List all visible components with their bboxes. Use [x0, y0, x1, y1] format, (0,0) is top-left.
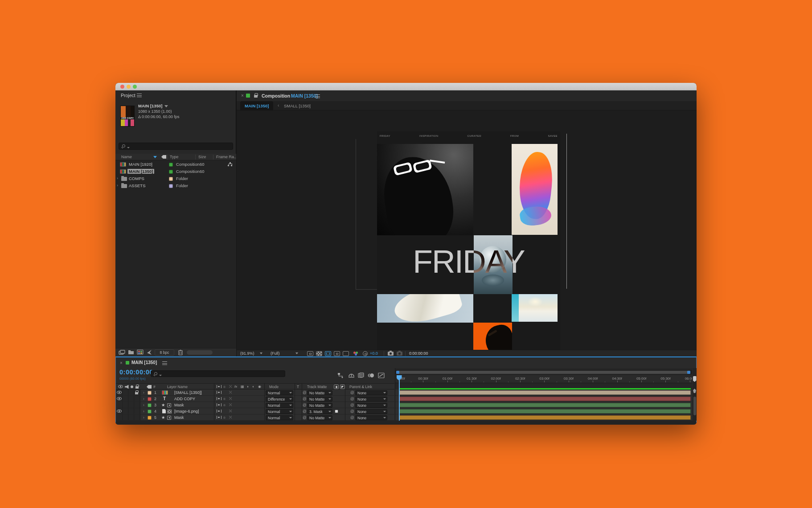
track-matte-pickwhip-icon[interactable]: @ — [303, 397, 307, 401]
timeline-track-area[interactable]: 0:00f00:30f01:00f01:30f02:00f02:30f03:00… — [395, 368, 692, 421]
zoom-handle-right[interactable] — [687, 371, 690, 374]
layer-shy-switch[interactable] — [217, 409, 221, 414]
layer-shy-switch[interactable] — [217, 403, 221, 408]
layer-visibility-eye-icon[interactable] — [117, 391, 122, 394]
panel-menu-icon[interactable] — [315, 94, 320, 98]
comp-artboard[interactable]: FRIDAYINSPIRATIONCURATEDFROMSAVEE FRIDAY… — [377, 131, 560, 350]
project-item-row[interactable]: ›ASSETSFolder — [115, 182, 236, 189]
track-matte-dropdown[interactable]: 3. Mask — [307, 409, 332, 414]
track-matte-dropdown[interactable]: No Matte — [307, 415, 332, 420]
layer-collapse-switch[interactable]: ☼ — [223, 397, 226, 401]
label-color-chip[interactable] — [169, 177, 173, 181]
parent-pickwhip-icon[interactable]: @ — [350, 397, 354, 401]
window-titlebar[interactable] — [115, 83, 697, 90]
new-folder-icon[interactable] — [128, 350, 134, 355]
layer-name[interactable]: ADD COPY — [174, 397, 195, 401]
track-matte-dropdown[interactable]: No Matte — [307, 390, 332, 395]
mini-flowchart-icon[interactable] — [337, 373, 344, 378]
zoom-handle-left[interactable] — [396, 371, 399, 374]
collapse-column-icon[interactable]: ☼ — [223, 385, 226, 389]
layer-collapse-switch[interactable]: ☼ — [223, 403, 226, 407]
layer-lock-icon[interactable] — [135, 392, 138, 394]
composition-viewer[interactable]: FRIDAYINSPIRATIONCURATEDFROMSAVEE FRIDAY… — [237, 111, 697, 350]
mode-dropdown[interactable]: Normal — [266, 403, 293, 408]
playhead-line[interactable] — [399, 375, 400, 421]
column-name[interactable]: Name — [121, 155, 132, 159]
label-color-chip[interactable] — [169, 184, 173, 188]
active-comp-name[interactable]: MAIN [1350] — [291, 93, 318, 98]
layer-quality-switch[interactable]: ⤫ — [229, 390, 232, 395]
layer-duration-bar[interactable] — [399, 390, 691, 395]
layer-duration-bar[interactable] — [399, 397, 691, 401]
frame-blending-icon[interactable] — [358, 373, 364, 378]
layer-shy-switch[interactable] — [217, 415, 221, 420]
bit-depth-button[interactable]: 8 bpc — [155, 349, 174, 356]
threed-column-icon[interactable]: ◉ — [258, 385, 261, 389]
alpha-matte-active-icon[interactable] — [334, 409, 339, 414]
layer-label-color-chip[interactable] — [148, 391, 152, 395]
project-item-name[interactable]: ASSETS — [129, 183, 146, 188]
column-size[interactable]: Size — [198, 155, 206, 159]
label-color-column-icon[interactable] — [161, 155, 166, 159]
layer-expander-chevron-icon[interactable]: › — [143, 397, 144, 401]
interpret-footage-icon[interactable] — [119, 350, 125, 355]
parent-pickwhip-icon[interactable]: @ — [350, 403, 354, 407]
time-ruler[interactable]: 0:00f00:30f01:00f01:30f02:00f02:30f03:00… — [395, 375, 692, 383]
column-number[interactable]: # — [153, 385, 156, 389]
choose-grid-guide-icon[interactable] — [307, 351, 313, 356]
track-matte-pickwhip-icon[interactable]: @ — [303, 415, 307, 420]
adjustment-column-icon[interactable]: ◐ — [252, 385, 254, 389]
parent-pickwhip-icon[interactable]: @ — [350, 415, 354, 420]
panel-title-composition[interactable]: Composition — [262, 93, 290, 98]
close-window-button[interactable] — [120, 85, 124, 89]
layer-quality-switch[interactable]: ⤫ — [229, 415, 232, 420]
track-matte-dropdown[interactable]: No Matte — [307, 403, 332, 408]
quality-column-icon[interactable]: ⤫ — [229, 385, 232, 389]
exposure-value[interactable]: +0.0 — [370, 351, 378, 356]
track-matte-pickwhip-icon[interactable]: @ — [303, 403, 307, 407]
column-frame-rate[interactable]: Frame Ra.. — [216, 155, 236, 159]
close-tab-icon[interactable]: × — [241, 93, 244, 98]
layer-name[interactable]: [SMALL [1350]] — [174, 390, 202, 395]
preview-time-display[interactable]: 0:00:00:00 — [409, 351, 428, 356]
column-layer-name[interactable]: Layer Name — [167, 385, 188, 389]
luma-matte-icon[interactable] — [340, 385, 345, 389]
viewer-tab-main[interactable]: MAIN [1350] — [240, 101, 273, 111]
parent-pickwhip-icon[interactable]: @ — [350, 390, 354, 395]
timeline-layer-row[interactable]: ›5★Mask☼⤫Normal@No Matte@None — [116, 414, 394, 421]
layer-name[interactable]: Mask — [174, 415, 184, 420]
timeline-layer-row[interactable]: ›1[SMALL [1350]]⤫Normal@No Matte@None — [116, 389, 394, 396]
zoom-window-button[interactable] — [133, 85, 137, 89]
layer-expander-chevron-icon[interactable]: › — [143, 403, 144, 407]
project-item-row[interactable]: MAIN [1920]Composition60 — [115, 161, 236, 168]
region-of-interest-icon[interactable] — [325, 351, 331, 356]
project-search-input[interactable] — [119, 143, 233, 150]
comp-button-icon[interactable] — [693, 389, 696, 393]
layer-name[interactable]: [Image-6.png] — [174, 409, 199, 414]
transparency-grid-icon[interactable] — [316, 351, 322, 356]
expander-chevron-icon[interactable]: › — [117, 183, 118, 188]
label-column-icon[interactable] — [147, 385, 152, 389]
show-channel-icon[interactable] — [353, 352, 359, 356]
magnification-dropdown[interactable]: (91.9%) — [240, 351, 254, 356]
effects-column-icon[interactable]: fx — [234, 385, 237, 389]
comp-marker-bin[interactable] — [693, 376, 697, 382]
column-parent-link[interactable]: Parent & Link — [349, 385, 372, 389]
resolution-dropdown[interactable]: (Full) — [271, 351, 280, 356]
current-time-display[interactable]: 0:00:00:00 — [119, 369, 153, 376]
column-mode[interactable]: Mode — [269, 385, 279, 389]
viewer-tab-small[interactable]: SMALL [1350] — [284, 103, 311, 108]
layer-duration-bar[interactable] — [399, 415, 691, 420]
layer-shy-switch[interactable] — [217, 397, 221, 401]
layer-expander-chevron-icon[interactable]: › — [143, 390, 144, 395]
lock-icon[interactable] — [254, 95, 258, 98]
mode-dropdown[interactable]: Normal — [266, 390, 293, 395]
label-color-chip[interactable] — [169, 170, 173, 174]
motion-blur-column-icon[interactable]: ◑ — [246, 385, 249, 389]
layer-quality-switch[interactable]: ⤫ — [229, 409, 232, 414]
timeline-search-input[interactable] — [151, 370, 285, 377]
project-settings-icon[interactable] — [147, 349, 152, 355]
project-item-row[interactable]: MAIN [1350]Composition60 — [115, 168, 236, 175]
parent-pickwhip-icon[interactable]: @ — [350, 409, 354, 414]
layer-label-color-chip[interactable] — [148, 403, 152, 407]
